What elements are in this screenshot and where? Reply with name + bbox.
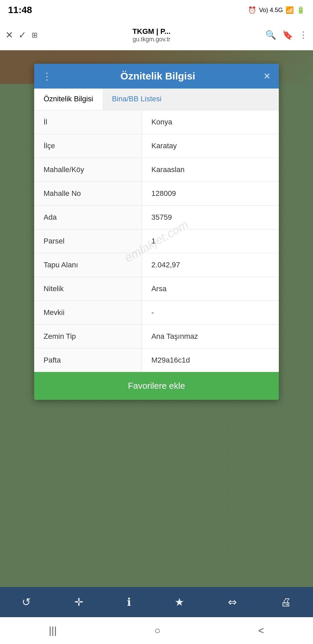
table-row: Parsel 1 bbox=[34, 229, 279, 253]
browser-actions: 🔍 🔖 ⋮ bbox=[265, 30, 308, 40]
status-time: 11:48 bbox=[8, 5, 32, 15]
alarm-icon: ⏰ bbox=[248, 6, 256, 14]
bookmark-icon[interactable]: 🔖 bbox=[282, 30, 293, 40]
modal: ⋮ Öznitelik Bilgisi ✕ Öznitelik Bilgisi … bbox=[34, 64, 279, 400]
table-cell-key: Tapu Alanı bbox=[34, 253, 142, 277]
table-cell-key: Zemin Tip bbox=[34, 325, 142, 348]
table-cell-value: Arsa bbox=[142, 277, 279, 301]
table-row: Tapu Alanı 2.042,97 bbox=[34, 253, 279, 277]
signal-bars-icon: 📶 bbox=[286, 6, 294, 14]
table-cell-key: İlçe bbox=[34, 134, 142, 158]
table-row: Mevkii - bbox=[34, 301, 279, 325]
close-tab-icon[interactable]: ✕ bbox=[5, 30, 13, 41]
status-bar: 11:48 ⏰ Vo) 4.5G 📶 🔋 bbox=[0, 0, 313, 20]
modal-options-icon[interactable]: ⋮ bbox=[42, 71, 52, 82]
table-cell-key: Nitelik bbox=[34, 277, 142, 301]
table-cell-value: 35759 bbox=[142, 206, 279, 229]
browser-title: TKGM | P... bbox=[132, 27, 170, 36]
table-cell-value: Konya bbox=[142, 110, 279, 134]
url-area[interactable]: TKGM | P... gu.tkgm.gov.tr bbox=[43, 27, 260, 43]
modal-title: Öznitelik Bilgisi bbox=[52, 70, 263, 82]
table-row: Pafta M29a16c1d bbox=[34, 348, 279, 372]
table-row: Mahalle No 128009 bbox=[34, 182, 279, 206]
modal-tabs: Öznitelik Bilgisi Bina/BB Listesi bbox=[34, 89, 279, 110]
table-cell-value: Karaaslan bbox=[142, 158, 279, 182]
tab-bina-bb-listesi[interactable]: Bina/BB Listesi bbox=[103, 89, 171, 110]
table-cell-value: Karatay bbox=[142, 134, 279, 158]
table-row: İlçe Karatay bbox=[34, 134, 279, 158]
info-table: İl Konya İlçe Karatay Mahalle/Köy Karaas… bbox=[34, 110, 279, 372]
favorite-star-icon[interactable]: ★ bbox=[175, 596, 184, 608]
signal-text: Vo) 4.5G bbox=[259, 7, 283, 14]
table-cell-value: 1 bbox=[142, 229, 279, 253]
navigate-icon[interactable]: ✛ bbox=[74, 596, 83, 608]
table-cell-key: Ada bbox=[34, 206, 142, 229]
nav-bar: ||| ○ < bbox=[0, 617, 313, 644]
table-cell-value: Ana Taşınmaz bbox=[142, 325, 279, 348]
table-cell-key: İl bbox=[34, 110, 142, 134]
favorite-button[interactable]: Favorilere ekle bbox=[34, 372, 279, 400]
table-row: İl Konya bbox=[34, 110, 279, 134]
print-icon[interactable]: 🖨 bbox=[280, 596, 291, 608]
table-cell-value: 2.042,97 bbox=[142, 253, 279, 277]
status-icons: ⏰ Vo) 4.5G 📶 🔋 bbox=[248, 6, 305, 14]
table-row: Mahalle/Köy Karaaslan bbox=[34, 158, 279, 182]
search-icon[interactable]: 🔍 bbox=[265, 30, 276, 40]
bottom-toolbar: ↺ ✛ ℹ ★ ⇔ 🖨 bbox=[0, 587, 313, 617]
expand-icon[interactable]: ⇔ bbox=[228, 596, 237, 608]
chevron-down-icon[interactable]: ✓ bbox=[18, 30, 26, 41]
info-icon[interactable]: ℹ bbox=[127, 596, 131, 608]
back-icon[interactable]: < bbox=[258, 625, 264, 636]
table-cell-key: Mevkii bbox=[34, 301, 142, 325]
table-cell-key: Pafta bbox=[34, 348, 142, 372]
modal-header: ⋮ Öznitelik Bilgisi ✕ bbox=[34, 64, 279, 89]
table-cell-value: - bbox=[142, 301, 279, 325]
table-cell-value: M29a16c1d bbox=[142, 348, 279, 372]
home-icon[interactable]: ○ bbox=[154, 625, 161, 636]
tab-oznitelik-bilgisi[interactable]: Öznitelik Bilgisi bbox=[34, 89, 103, 110]
table-container: emlakjet.com İl Konya İlçe Karatay Mahal… bbox=[34, 110, 279, 372]
recent-apps-icon[interactable]: ||| bbox=[49, 625, 57, 636]
table-cell-key: Mahalle No bbox=[34, 182, 142, 206]
battery-icon: 🔋 bbox=[297, 6, 305, 14]
browser-bar: ✕ ✓ ⊞ TKGM | P... gu.tkgm.gov.tr 🔍 🔖 ⋮ bbox=[0, 20, 313, 50]
browser-url: gu.tkgm.gov.tr bbox=[133, 36, 171, 43]
tabs-icon[interactable]: ⊞ bbox=[32, 31, 38, 40]
modal-overlay: ⋮ Öznitelik Bilgisi ✕ Öznitelik Bilgisi … bbox=[0, 50, 313, 644]
refresh-icon[interactable]: ↺ bbox=[22, 596, 31, 608]
table-cell-key: Parsel bbox=[34, 229, 142, 253]
table-row: Nitelik Arsa bbox=[34, 277, 279, 301]
table-cell-value: 128009 bbox=[142, 182, 279, 206]
table-row: Ada 35759 bbox=[34, 206, 279, 229]
table-row: Zemin Tip Ana Taşınmaz bbox=[34, 325, 279, 348]
table-cell-key: Mahalle/Köy bbox=[34, 158, 142, 182]
modal-close-button[interactable]: ✕ bbox=[263, 71, 271, 82]
more-menu-icon[interactable]: ⋮ bbox=[299, 30, 308, 40]
